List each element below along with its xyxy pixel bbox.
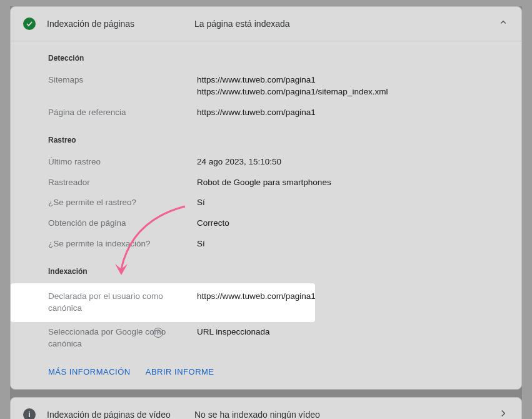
- open-report-button[interactable]: ABRIR INFORME: [146, 367, 214, 376]
- row-permite-rastreo: ¿Se permite el rastreo? Sí: [48, 193, 509, 213]
- row-seleccionada: Seleccionada por Google como canónica ? …: [48, 322, 509, 355]
- video-indexing-panel: i Indexación de páginas de vídeo No se h…: [10, 397, 522, 419]
- value-declarada: https://www.tuweb.com/pagina1: [197, 291, 316, 303]
- value-obtencion: Correcto: [197, 218, 229, 230]
- value-sitemaps: https://www.tuweb.com/pagina1 https://ww…: [197, 74, 388, 98]
- panel-status: La página está indexada: [194, 19, 498, 29]
- value-permite-indexacion: Sí: [197, 238, 205, 250]
- panel-title: Indexación de páginas: [47, 19, 194, 29]
- label-sitemaps: Sitemaps: [48, 74, 197, 86]
- panel-body: Detección Sitemaps https://www.tuweb.com…: [11, 41, 521, 389]
- section-indexacion: Indexación: [48, 255, 509, 283]
- row-sitemaps: Sitemaps https://www.tuweb.com/pagina1 h…: [48, 70, 509, 103]
- video-panel-title: Indexación de páginas de vídeo: [47, 410, 194, 419]
- panel-header[interactable]: Indexación de páginas La página está ind…: [11, 7, 521, 41]
- label-rastreador: Rastreador: [48, 177, 197, 189]
- row-ultimo-rastreo: Último rastreo 24 ago 2023, 15:10:50: [48, 152, 509, 173]
- section-deteccion: Detección: [48, 41, 509, 70]
- label-referencia: Página de referencia: [48, 107, 197, 119]
- actions-row: MÁS INFORMACIÓN ABRIR INFORME: [48, 355, 509, 381]
- label-ultimo: Último rastreo: [48, 156, 197, 168]
- label-seleccionada: Seleccionada por Google como canónica ?: [48, 326, 197, 350]
- highlighted-canonical-row: Declarada por el usuario como canónica h…: [11, 283, 315, 322]
- video-panel-status: No se ha indexado ningún vídeo: [194, 410, 498, 419]
- row-permite-indexacion: ¿Se permite la indexación? Sí: [48, 234, 509, 255]
- value-rastreador: Robot de Google para smartphones: [197, 177, 331, 189]
- value-seleccionada: URL inspeccionada: [197, 326, 270, 338]
- chevron-right-icon: [498, 408, 509, 419]
- info-icon: i: [23, 408, 36, 419]
- row-declarada: Declarada por el usuario como canónica h…: [48, 283, 309, 322]
- row-rastreador: Rastreador Robot de Google para smartpho…: [48, 173, 509, 193]
- row-obtencion: Obtención de página Correcto: [48, 213, 509, 234]
- value-referencia: https://www.tuweb.com/pagina1: [197, 107, 316, 119]
- chevron-up-icon: [498, 17, 509, 31]
- help-icon[interactable]: ?: [153, 328, 163, 338]
- label-declarada: Declarada por el usuario como canónica: [48, 291, 197, 315]
- label-obtencion: Obtención de página: [48, 218, 197, 230]
- label-permite-rastreo: ¿Se permite el rastreo?: [48, 197, 197, 209]
- value-permite-rastreo: Sí: [197, 197, 205, 209]
- section-rastreo: Rastreo: [48, 123, 509, 152]
- value-ultimo: 24 ago 2023, 15:10:50: [197, 156, 281, 168]
- video-panel-header[interactable]: i Indexación de páginas de vídeo No se h…: [11, 398, 521, 419]
- row-referencia: Página de referencia https://www.tuweb.c…: [48, 103, 509, 123]
- more-info-button[interactable]: MÁS INFORMACIÓN: [48, 367, 131, 376]
- page-indexing-panel: Indexación de páginas La página está ind…: [10, 6, 522, 390]
- success-icon: [23, 18, 36, 30]
- label-permite-indexacion: ¿Se permite la indexación?: [48, 238, 197, 250]
